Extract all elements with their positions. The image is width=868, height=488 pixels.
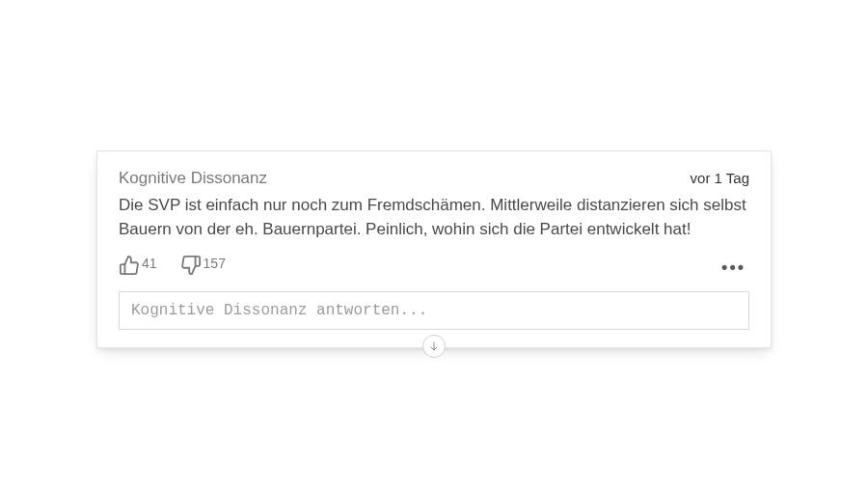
thumbs-up-icon [119, 255, 140, 280]
comment-body: Die SVP ist einfach nur noch zum Fremdsc… [119, 194, 749, 241]
dislike-button[interactable]: 157 [180, 255, 226, 280]
comment-actions: 41 157 ••• [119, 255, 749, 280]
comment-card: Kognitive Dissonanz vor 1 Tag Die SVP is… [96, 150, 772, 348]
more-options-button[interactable]: ••• [718, 256, 749, 280]
dislike-count: 157 [203, 256, 226, 271]
arrow-down-icon [428, 340, 440, 352]
like-button[interactable]: 41 [119, 255, 157, 280]
thumbs-down-icon [180, 255, 202, 280]
expand-button[interactable] [422, 335, 446, 358]
comment-timestamp: vor 1 Tag [691, 170, 749, 186]
like-count: 41 [142, 256, 157, 271]
reply-input[interactable] [119, 291, 749, 330]
comment-author[interactable]: Kognitive Dissonanz [119, 169, 267, 188]
comment-header: Kognitive Dissonanz vor 1 Tag [119, 169, 749, 188]
